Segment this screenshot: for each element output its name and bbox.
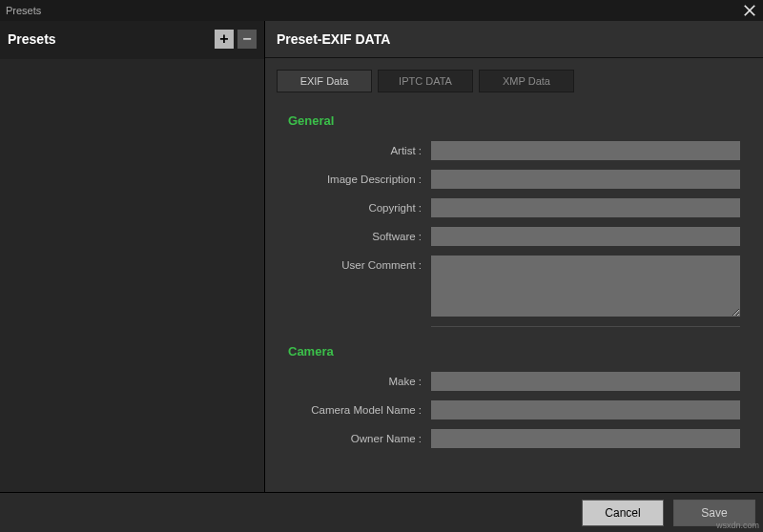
label-image-description: Image Description : [288,170,431,189]
section-general-title: General [288,113,740,128]
close-button[interactable] [742,3,757,18]
field-artist: Artist : [288,141,740,160]
label-user-comment: User Comment : [288,256,431,275]
label-artist: Artist : [288,141,431,160]
input-owner-name[interactable] [431,429,740,448]
label-make: Make : [288,372,431,391]
dialog-footer: Cancel Save [0,492,763,532]
label-software: Software : [288,227,431,246]
titlebar: Presets [0,0,763,21]
preset-list[interactable] [0,59,264,492]
label-copyright: Copyright : [288,198,431,217]
cancel-button[interactable]: Cancel [582,500,664,526]
remove-preset-button[interactable]: − [237,30,257,49]
input-image-description[interactable] [431,170,740,189]
field-image-description: Image Description : [288,170,740,189]
tab-iptc-data[interactable]: IPTC DATA [378,70,473,92]
window-title: Presets [6,5,41,16]
field-owner-name: Owner Name : [288,429,740,448]
section-divider [431,326,740,327]
sidebar-heading: Presets [8,31,56,47]
plus-icon: + [219,31,228,48]
input-artist[interactable] [431,141,740,160]
divider [265,57,763,58]
presets-sidebar: Presets + − [0,21,265,492]
field-make: Make : [288,372,740,391]
input-camera-model-name[interactable] [431,400,740,419]
window-body: Presets + − Preset-EXIF DATA EXIF Data I… [0,21,763,492]
sidebar-header: Presets + − [0,21,264,57]
form-area: General Artist : Image Description : Cop… [265,92,763,492]
sidebar-buttons: + − [215,30,257,49]
tab-xmp-data[interactable]: XMP Data [479,70,574,92]
presets-window: Presets Presets + − [0,0,763,532]
field-camera-model-name: Camera Model Name : [288,400,740,419]
add-preset-button[interactable]: + [215,30,234,49]
input-user-comment[interactable] [431,256,740,317]
input-make[interactable] [431,372,740,391]
label-camera-model-name: Camera Model Name : [288,400,431,419]
main-panel: Preset-EXIF DATA EXIF Data IPTC DATA XMP… [265,21,763,492]
field-software: Software : [288,227,740,246]
label-owner-name: Owner Name : [288,429,431,448]
metadata-tabs: EXIF Data IPTC DATA XMP Data [277,70,763,92]
panel-title: Preset-EXIF DATA [265,21,763,57]
field-user-comment: User Comment : [288,256,740,317]
minus-icon: − [242,31,251,48]
input-copyright[interactable] [431,198,740,217]
section-camera-title: Camera [288,344,740,358]
field-copyright: Copyright : [288,198,740,217]
close-icon [743,4,756,17]
tab-exif-data[interactable]: EXIF Data [277,70,372,92]
input-software[interactable] [431,227,740,246]
save-button[interactable]: Save [673,500,755,526]
